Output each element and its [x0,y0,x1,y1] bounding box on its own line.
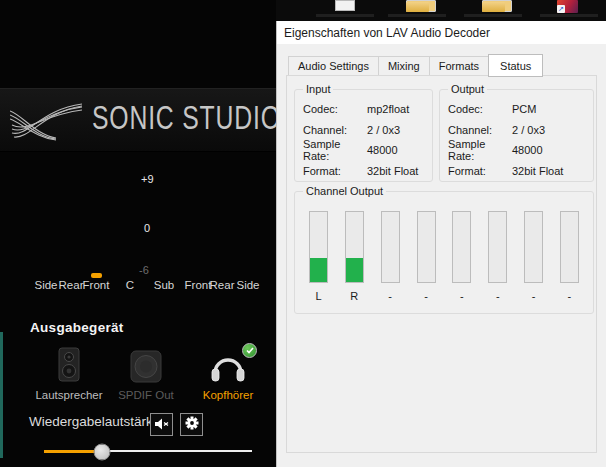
tab-formats[interactable]: Formats [429,56,489,76]
gear-icon [185,416,199,434]
screen: SONIC STUDIO +9 0 -6 Side Rear Front C S… [0,0,606,467]
meter-unused: - [560,211,579,302]
meter-unused: - [524,211,543,302]
front-channel-slider-handle[interactable] [91,273,102,278]
channel-label-rear-left: Rear [59,279,84,291]
meter-unused: - [452,211,471,302]
shortcut-arrow-icon: ↗ [557,5,565,13]
output-channel-value: 2 / 0x3 [512,124,545,136]
output-samplerate-value: 48000 [512,144,543,156]
input-format-value: 32bit Float [367,165,418,177]
meter-right: R [345,211,364,302]
output-format-row: Format: 32bit Float [440,161,593,182]
desktop-edge-sliver [0,332,3,458]
channel-label-front-left: Front [83,279,110,291]
output-channel-row: Channel: 2 / 0x3 [440,120,593,141]
tab-mixing[interactable]: Mixing [378,56,430,76]
input-group-title: Input [303,83,333,95]
icon-label-partial [464,14,522,17]
output-groupbox: Output Codec: PCM Channel: 2 / 0x3 Sampl… [439,89,594,182]
channel-label-center: C [126,279,134,291]
channel-label-side-right: Side [236,279,259,291]
device-spdif[interactable]: SPDIF Out [109,347,183,401]
folder-icon[interactable] [482,0,505,12]
dialog-title: Eigenschaften von LAV Audio Decoder [284,26,490,40]
input-format-row: Format: 32bit Float [295,161,432,182]
meter-unused: - [488,211,507,302]
device-speakers[interactable]: Lautsprecher [32,347,106,401]
sonic-studio-app: SONIC STUDIO +9 0 -6 Side Rear Front C S… [0,0,276,467]
headphones-icon [209,349,247,387]
playback-volume-label: Wiedergabelautstärke [29,414,160,429]
icon-label-partial [388,14,446,17]
scale-label-zero: 0 [144,222,150,234]
input-channel-value: 2 / 0x3 [367,124,400,136]
input-samplerate-value: 48000 [367,144,398,156]
app-header: SONIC STUDIO [0,88,276,152]
desktop-icons-strip: ↗ [276,0,606,21]
meter-unused: - [417,211,436,302]
folder-icon[interactable] [406,0,429,12]
meter-unused: - [381,211,400,302]
channel-meters: L R - - - [295,211,593,302]
channel-output-title: Channel Output [303,185,386,197]
input-codec-row: Codec: mp2float [295,99,432,120]
document-icon[interactable] [335,0,355,11]
status-tab-page: Input Codec: mp2float Channel: 2 / 0x3 S… [286,75,597,453]
speaker-icon [56,347,82,387]
mute-button[interactable] [150,413,173,436]
device-headphones[interactable]: Kopfhörer [191,347,265,401]
volume-slider[interactable] [44,443,252,460]
settings-button[interactable] [180,413,203,436]
spdif-icon [130,350,162,387]
scale-label-minus6: -6 [139,264,149,276]
scale-label-plus9: +9 [141,173,154,185]
selected-check-icon [242,343,257,358]
dialog-tabs: Audio Settings Mixing Formats Status [288,54,542,76]
sonic-studio-wave-logo-icon [10,97,86,147]
lav-properties-dialog: Eigenschaften von LAV Audio Decoder Audi… [276,21,606,467]
app-shortcut-icon[interactable]: ↗ [557,0,578,13]
device-label-spdif: SPDIF Out [109,389,183,401]
channel-label-sub: Sub [154,279,174,291]
input-samplerate-row: Sample Rate: 48000 [295,140,432,161]
channel-label-front-right: Front [185,279,212,291]
mute-speaker-icon [154,416,169,434]
tab-status[interactable]: Status [488,54,543,77]
output-codec-value: PCM [512,103,536,115]
meter-left: L [309,211,328,302]
output-device-heading: Ausgabegerät [30,320,124,335]
tab-audio-settings[interactable]: Audio Settings [288,56,379,76]
channel-label-side-left: Side [34,279,57,291]
output-samplerate-row: Sample Rate: 48000 [440,140,593,161]
output-group-title: Output [448,83,487,95]
channel-label-rear-right: Rear [210,279,235,291]
input-codec-value: mp2float [367,103,409,115]
output-codec-row: Codec: PCM [440,99,593,120]
input-channel-row: Channel: 2 / 0x3 [295,120,432,141]
icon-label-partial [540,14,598,17]
dialog-titlebar[interactable]: Eigenschaften von LAV Audio Decoder [277,21,606,44]
input-groupbox: Input Codec: mp2float Channel: 2 / 0x3 S… [294,89,433,182]
output-format-value: 32bit Float [512,165,563,177]
icon-label-partial [316,14,374,17]
app-logo-text: SONIC STUDIO [92,100,281,138]
device-label-speakers: Lautsprecher [32,389,106,401]
channel-output-groupbox: Channel Output L R - [294,191,594,314]
device-label-headphones: Kopfhörer [191,389,265,401]
volume-thumb[interactable] [94,443,111,460]
